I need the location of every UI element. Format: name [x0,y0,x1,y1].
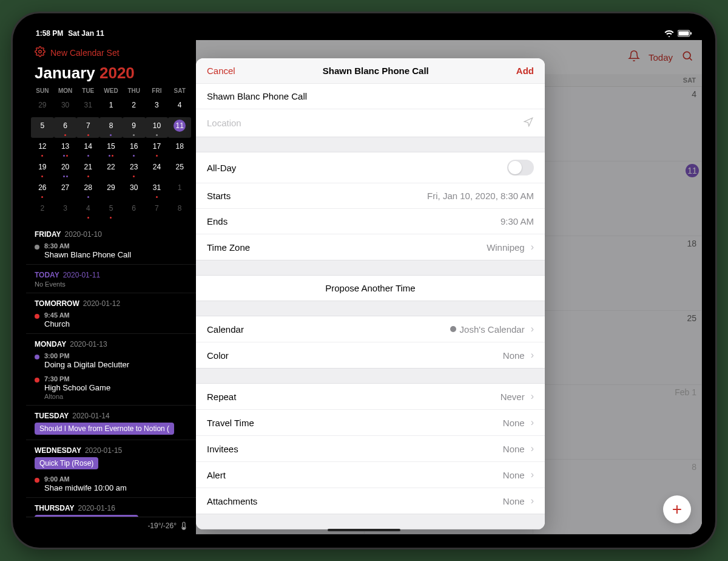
add-event-fab[interactable]: + [663,495,691,523]
event-editor-sheet: Cancel Shawn Blanc Phone Call Add Shawn … [196,58,545,529]
mini-cal-day[interactable]: 20 [54,158,77,179]
ipad-device-frame: 1:58 PM Sat Jan 11 New Calendar Set Janu… [13,13,715,548]
mini-cal-day[interactable]: 18 [168,138,191,158]
add-button[interactable]: Add [516,66,534,76]
attachments-row[interactable]: Attachments None› [196,488,545,514]
agenda-pill-event[interactable]: Quick Tip (Rose) [35,457,98,469]
mini-cal-day[interactable]: 29 [99,179,123,200]
mini-cal-dow: SAT [168,87,191,97]
cancel-button[interactable]: Cancel [207,66,235,76]
mini-cal-day[interactable]: 23 [123,158,146,179]
mini-cal-day[interactable]: 19 [31,158,54,179]
mini-cal-day[interactable]: 1 [168,179,191,200]
mini-cal-dow: TUE [76,87,99,97]
agenda-event[interactable]: 9:45 AMChurch [26,309,196,332]
mini-cal-day[interactable]: 31 [76,97,99,117]
sheet-body[interactable]: Shawn Blanc Phone Call Location All-Day [196,84,545,529]
mini-cal-day[interactable]: 15 [99,138,123,158]
all-day-toggle[interactable] [507,160,534,175]
agenda-section-header: WEDNESDAY2020-01-15 [26,441,196,456]
mini-cal-day[interactable]: 8 [168,200,191,220]
mini-cal-day[interactable]: 21 [76,158,99,179]
mini-cal-day[interactable]: 6 [123,200,146,220]
mini-cal-day[interactable]: 14 [76,138,99,158]
calendar-row[interactable]: Calendar Josh's Calendar› [196,316,545,342]
mini-cal-day[interactable]: 5 [99,200,123,220]
mini-cal-day[interactable]: 29 [31,97,54,117]
mini-calendar[interactable]: SUNMONTUEWEDTHUFRISAT 293031123456789101… [26,87,196,225]
mini-cal-day[interactable]: 22 [99,158,123,179]
svg-point-4 [183,528,185,529]
chevron-right-icon: › [531,443,534,454]
month-title: January 2020 [26,61,196,87]
month-name: January [35,64,95,82]
agenda-event[interactable]: 9:00 AMShae midwife 10:00 am [26,473,196,496]
mini-cal-day[interactable]: 6 [54,117,77,138]
invitees-row[interactable]: Invitees None› [196,436,545,462]
repeat-row[interactable]: Repeat Never› [196,384,545,410]
mini-cal-day[interactable]: 3 [146,97,169,117]
agenda-event[interactable]: 7:30 PMHigh School GameAltona [26,373,196,404]
mini-cal-day[interactable]: 30 [123,179,146,200]
mini-cal-day[interactable]: 28 [76,179,99,200]
new-calendar-set-link[interactable]: New Calendar Set [50,48,120,58]
mini-cal-day[interactable]: 2 [123,97,146,117]
timezone-row[interactable]: Time Zone Winnipeg› [196,234,545,260]
sheet-header: Cancel Shawn Blanc Phone Call Add [196,58,545,84]
footer-temperature: -19°/-26° [147,522,177,530]
battery-icon [678,30,692,37]
agenda-section-header: TODAY2020-01-11 [26,266,196,280]
mini-cal-day[interactable]: 4 [76,200,99,220]
mini-cal-day[interactable]: 11 [168,117,191,138]
agenda-section-header: FRIDAY2020-01-10 [26,225,196,240]
mini-cal-day[interactable]: 24 [146,158,169,179]
mini-cal-day[interactable]: 17 [146,138,169,158]
chevron-right-icon: › [531,417,534,428]
mini-cal-day[interactable]: 7 [146,200,169,220]
mini-cal-day[interactable]: 1 [99,97,123,117]
mini-cal-day[interactable]: 10 [146,117,169,138]
agenda-section-header: THURSDAY2020-01-16 [26,499,196,514]
alert-row[interactable]: Alert None› [196,462,545,488]
propose-time-button[interactable]: Propose Another Time [196,276,545,301]
ends-row[interactable]: Ends 9:30 AM [196,209,545,234]
mini-cal-day[interactable]: 8 [99,117,123,138]
chevron-right-icon: › [531,350,534,361]
mini-cal-day[interactable]: 13 [54,138,77,158]
location-arrow-icon[interactable] [523,117,534,129]
mini-cal-day[interactable]: 9 [123,117,146,138]
mini-cal-dow: MON [54,87,77,97]
mini-cal-day[interactable]: 25 [168,158,191,179]
agenda-section-header: TOMORROW2020-01-12 [26,294,196,309]
mini-cal-dow: THU [123,87,146,97]
sheet-title: Shawn Blanc Phone Call [235,66,516,76]
mini-cal-day[interactable]: 12 [31,138,54,158]
agenda-pill-event[interactable]: Should I Move from Evernote to Notion ( [35,423,174,435]
chevron-right-icon: › [531,242,534,253]
agenda-event[interactable]: 8:30 AMShawn Blanc Phone Call [26,240,196,263]
location-field[interactable]: Location [196,109,545,137]
mini-cal-day[interactable]: 26 [31,179,54,200]
color-row[interactable]: Color None› [196,342,545,368]
mini-cal-day[interactable]: 5 [31,117,54,138]
agenda-section-header: MONDAY2020-01-13 [26,335,196,350]
home-indicator[interactable] [328,529,400,531]
travel-time-row[interactable]: Travel Time None› [196,410,545,436]
agenda-event[interactable]: 3:00 PMDoing a Digital Declutter [26,350,196,373]
mini-cal-day[interactable]: 16 [123,138,146,158]
mini-cal-day[interactable]: 30 [54,97,77,117]
agenda-list[interactable]: FRIDAY2020-01-108:30 AMShawn Blanc Phone… [26,225,196,517]
status-bar: 1:58 PM Sat Jan 11 [26,27,702,40]
mini-cal-day[interactable]: 31 [146,179,169,200]
starts-row[interactable]: Starts Fri, Jan 10, 2020, 8:30 AM [196,183,545,209]
mini-cal-day[interactable]: 4 [168,97,191,117]
agenda-no-events: No Events [26,280,196,291]
gear-icon[interactable] [35,46,46,59]
event-title-field[interactable]: Shawn Blanc Phone Call [196,84,545,109]
mini-cal-day[interactable]: 7 [76,117,99,138]
mini-cal-day[interactable]: 2 [31,200,54,220]
mini-cal-day[interactable]: 27 [54,179,77,200]
mini-cal-day[interactable]: 3 [54,200,77,220]
event-title-value: Shawn Blanc Phone Call [207,91,307,101]
location-placeholder: Location [207,118,241,128]
